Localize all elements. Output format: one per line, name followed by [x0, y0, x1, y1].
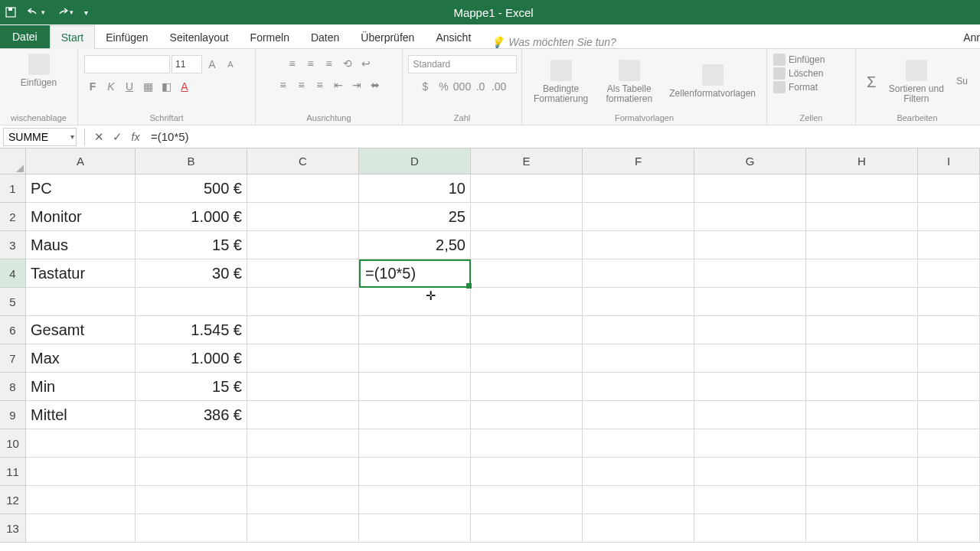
- cell-D2[interactable]: 25: [359, 203, 471, 231]
- cell-B5[interactable]: [136, 288, 247, 316]
- col-header-D[interactable]: D: [359, 148, 471, 174]
- formula-input[interactable]: =(10*5): [145, 130, 980, 143]
- cell-G5[interactable]: [694, 288, 806, 316]
- format-as-table-button[interactable]: Als Tabelle formatieren: [596, 58, 662, 106]
- find-button[interactable]: Su: [952, 75, 972, 88]
- row-header[interactable]: 6: [0, 316, 26, 344]
- currency-icon[interactable]: $: [417, 78, 434, 95]
- align-bottom-icon[interactable]: ≡: [321, 55, 338, 72]
- format-cells-button[interactable]: Format: [773, 81, 818, 93]
- cell-G11[interactable]: [694, 458, 806, 486]
- row-header[interactable]: 11: [0, 458, 26, 486]
- cell-D7[interactable]: [359, 344, 471, 373]
- tab-insert[interactable]: Einfügen: [95, 26, 158, 48]
- row-header[interactable]: 4: [0, 259, 26, 288]
- row-header[interactable]: 3: [0, 231, 26, 259]
- cell-H11[interactable]: [806, 458, 918, 486]
- align-top-icon[interactable]: ≡: [284, 55, 301, 72]
- undo-button[interactable]: ▾: [28, 6, 45, 18]
- cell-G6[interactable]: [694, 316, 806, 344]
- cell-C5[interactable]: [247, 288, 359, 316]
- increase-decimal-icon[interactable]: .0: [472, 78, 489, 95]
- wrap-text-icon[interactable]: ↩: [358, 55, 374, 72]
- cell-E10[interactable]: [471, 429, 583, 458]
- chevron-down-icon[interactable]: ▾: [70, 132, 74, 141]
- orientation-icon[interactable]: ⟲: [339, 55, 356, 72]
- cell-C6[interactable]: [247, 316, 359, 344]
- cell-C7[interactable]: [247, 344, 359, 373]
- cell-D5[interactable]: [359, 288, 471, 316]
- cell-D6[interactable]: [359, 316, 471, 344]
- comma-icon[interactable]: 000: [454, 78, 471, 95]
- cell-B6[interactable]: 1.545 €: [136, 316, 247, 344]
- row-header[interactable]: 9: [0, 401, 26, 429]
- cell-A2[interactable]: Monitor: [26, 203, 136, 231]
- font-color-icon[interactable]: A: [176, 78, 193, 95]
- cell-I2[interactable]: [918, 203, 980, 231]
- cell-B8[interactable]: 15 €: [136, 373, 247, 401]
- cell-C1[interactable]: [247, 174, 359, 203]
- cell-D11[interactable]: [359, 458, 471, 486]
- cell-E5[interactable]: [471, 288, 583, 316]
- cell-F10[interactable]: [583, 429, 694, 458]
- cell-G1[interactable]: [694, 174, 806, 203]
- decrease-indent-icon[interactable]: ⇤: [330, 77, 347, 93]
- borders-icon[interactable]: ▦: [139, 78, 156, 95]
- cell-D13[interactable]: [359, 514, 471, 543]
- cell-B1[interactable]: 500 €: [136, 174, 247, 203]
- cell-E3[interactable]: [471, 231, 583, 259]
- cell-H2[interactable]: [806, 203, 918, 231]
- col-header-H[interactable]: H: [806, 148, 918, 174]
- cell-C13[interactable]: [247, 514, 359, 543]
- cell-I11[interactable]: [918, 458, 980, 486]
- cell-H13[interactable]: [806, 514, 918, 543]
- cell-A12[interactable]: [26, 486, 136, 514]
- cell-B10[interactable]: [136, 429, 247, 458]
- cancel-formula-button[interactable]: ✕: [90, 130, 108, 144]
- underline-button[interactable]: U: [121, 78, 138, 95]
- cell-E12[interactable]: [471, 486, 583, 514]
- cell-F7[interactable]: [583, 344, 694, 373]
- number-format-select[interactable]: [408, 55, 517, 73]
- increase-indent-icon[interactable]: ⇥: [348, 77, 365, 93]
- tell-me-search[interactable]: 💡 Was möchten Sie tun?: [482, 36, 626, 48]
- tab-data[interactable]: Daten: [300, 26, 350, 48]
- row-header[interactable]: 10: [0, 429, 26, 458]
- col-header-G[interactable]: G: [694, 148, 806, 174]
- cell-E1[interactable]: [471, 174, 583, 203]
- cell-F8[interactable]: [583, 373, 694, 401]
- merge-icon[interactable]: ⬌: [367, 77, 384, 93]
- decrease-font-icon[interactable]: A: [222, 56, 239, 73]
- cell-D12[interactable]: [359, 486, 471, 514]
- cell-A6[interactable]: Gesamt: [26, 316, 136, 344]
- cell-I1[interactable]: [918, 174, 980, 203]
- cell-H8[interactable]: [806, 373, 918, 401]
- decrease-decimal-icon[interactable]: .00: [491, 78, 508, 95]
- cell-F6[interactable]: [583, 316, 694, 344]
- col-header-E[interactable]: E: [471, 148, 583, 174]
- confirm-formula-button[interactable]: ✓: [108, 130, 126, 144]
- cell-D4[interactable]: =(10*5): [359, 259, 471, 288]
- redo-button[interactable]: ▾: [56, 6, 74, 18]
- tab-view[interactable]: Ansicht: [425, 26, 482, 48]
- col-header-B[interactable]: B: [136, 148, 247, 174]
- cell-G9[interactable]: [694, 401, 806, 429]
- row-header[interactable]: 1: [0, 174, 26, 203]
- row-header[interactable]: 7: [0, 344, 26, 373]
- col-header-A[interactable]: A: [26, 148, 136, 174]
- cell-I6[interactable]: [918, 316, 980, 344]
- tab-formulas[interactable]: Formeln: [240, 26, 300, 48]
- align-right-icon[interactable]: ≡: [312, 77, 328, 93]
- cell-B11[interactable]: [136, 458, 247, 486]
- fill-color-icon[interactable]: ◧: [158, 78, 175, 95]
- cell-F11[interactable]: [583, 458, 694, 486]
- col-header-I[interactable]: I: [918, 148, 980, 174]
- name-box[interactable]: SUMME ▾: [3, 128, 77, 146]
- cell-B4[interactable]: 30 €: [136, 259, 247, 288]
- increase-font-icon[interactable]: A: [204, 56, 220, 73]
- conditional-formatting-button[interactable]: Bedingte Formatierung: [528, 58, 593, 106]
- row-header[interactable]: 5: [0, 288, 26, 316]
- cell-G12[interactable]: [694, 486, 806, 514]
- align-middle-icon[interactable]: ≡: [302, 55, 319, 72]
- cell-E11[interactable]: [471, 458, 583, 486]
